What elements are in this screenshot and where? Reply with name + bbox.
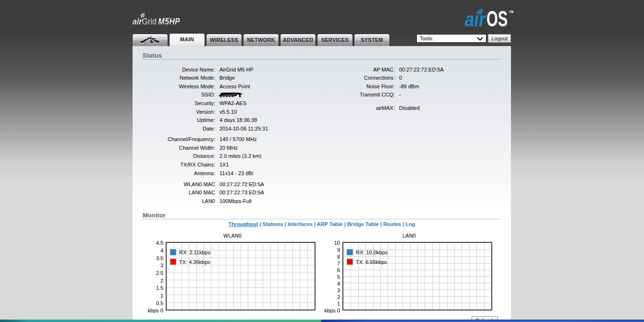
svg-text:TM: TM — [509, 10, 513, 13]
svg-text:OS: OS — [486, 7, 508, 28]
svg-text:air: air — [465, 8, 486, 28]
